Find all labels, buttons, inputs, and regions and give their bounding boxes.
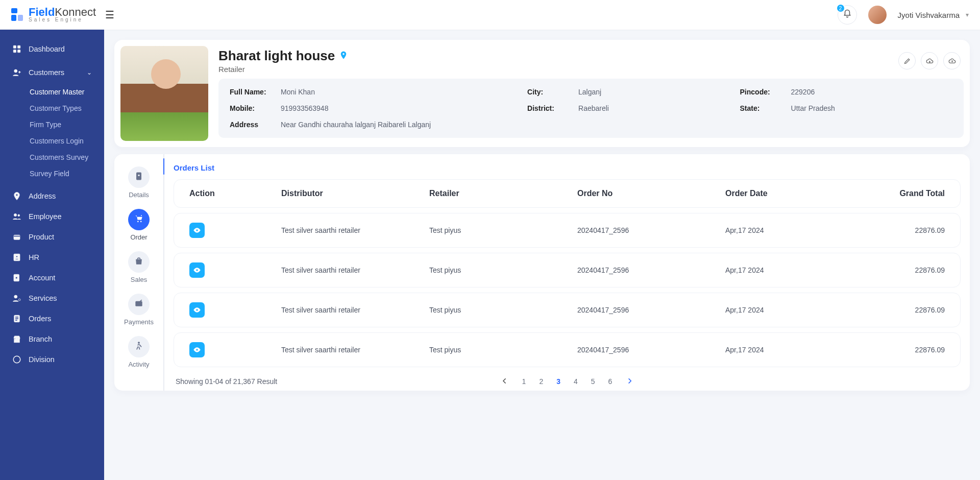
orders-heading: Orders List	[174, 163, 961, 172]
division-icon	[12, 355, 21, 364]
svg-point-22	[140, 221, 142, 223]
tab-label: Order	[130, 233, 147, 241]
nav-employee[interactable]: Employee	[0, 206, 104, 227]
svg-point-28	[196, 349, 198, 350]
pager-page-3[interactable]: 3	[556, 377, 560, 386]
info-pincode: Pincode: 229206	[740, 88, 952, 96]
value: Moni Khan	[281, 88, 315, 96]
nav-hr[interactable]: HR	[0, 247, 104, 268]
table-row: Test silver saarthi retailerTest piyus20…	[174, 293, 961, 327]
tab-payments[interactable]: Payments	[124, 291, 154, 329]
nav-address[interactable]: Address	[0, 186, 104, 206]
nav-account[interactable]: Account	[0, 268, 104, 288]
pager-summary: Showing 01-04 of 21,367 Result	[176, 377, 277, 386]
cell-distributor: Test silver saarthi retailer	[281, 266, 429, 274]
col-retailer: Retailer	[429, 189, 577, 198]
subnav-customers-survey[interactable]: Customers Survey	[0, 149, 104, 165]
cell-retailer: Test piyus	[429, 346, 577, 354]
pager-prev[interactable]	[501, 377, 509, 387]
subnav-customer-master[interactable]: Customer Master	[0, 84, 104, 100]
hr-icon	[12, 253, 21, 262]
table-row: Test silver saarthi retailerTest piyus20…	[174, 213, 961, 248]
activity-icon	[134, 341, 144, 353]
branch-icon	[12, 334, 21, 344]
brand-logo[interactable]: FieldKonnect Sales Engine	[11, 7, 96, 23]
nav-division[interactable]: Division	[0, 349, 104, 370]
cloud-download-button[interactable]	[921, 52, 938, 69]
subnav-firm-type[interactable]: Firm Type	[0, 116, 104, 133]
user-menu-chevron-icon[interactable]: ▾	[966, 11, 969, 18]
cell-order-date: Apr,17 2024	[725, 226, 873, 234]
tab-details[interactable]: Details	[128, 163, 150, 202]
nav-label: Account	[29, 274, 55, 282]
svg-rect-16	[14, 339, 20, 343]
customer-profile-card: Bharat light house Retailer Full Name:	[114, 40, 970, 147]
svg-point-21	[137, 221, 139, 223]
tab-label: Activity	[128, 361, 149, 368]
label: Mobile:	[230, 104, 272, 112]
pagination: 123456	[501, 377, 634, 387]
cell-order-date: Apr,17 2024	[725, 306, 873, 314]
nav-label: Orders	[29, 315, 51, 323]
pager-page-5[interactable]: 5	[591, 377, 595, 386]
nav-orders[interactable]: Orders	[0, 308, 104, 329]
tab-sales[interactable]: Sales	[128, 248, 150, 286]
cell-distributor: Test silver saarthi retailer	[281, 306, 429, 314]
info-district: District: Raebareli	[527, 104, 740, 112]
logo-mark-icon	[11, 8, 24, 21]
table-row: Test silver saarthi retailerTest piyus20…	[174, 253, 961, 287]
location-pin-icon[interactable]	[339, 51, 348, 62]
nav-label: Address	[29, 192, 56, 200]
content-card: Details Order Sales Payments Activity	[114, 154, 970, 391]
value: 919933563948	[281, 104, 328, 112]
pager-page-1[interactable]: 1	[522, 377, 526, 386]
cell-retailer: Test piyus	[429, 226, 577, 234]
avatar[interactable]	[868, 6, 887, 24]
tab-label: Sales	[131, 276, 148, 283]
nav-product[interactable]: Product	[0, 227, 104, 247]
sidebar: Dashboard Customers ⌄ Customer Master Cu…	[0, 30, 104, 480]
subnav-survey-field[interactable]: Survey Field	[0, 165, 104, 182]
pager-page-4[interactable]: 4	[574, 377, 578, 386]
tab-order[interactable]: Order	[128, 206, 150, 244]
cell-grand-total: 22876.09	[873, 226, 945, 234]
view-order-button[interactable]	[189, 342, 205, 357]
pager-next[interactable]	[625, 377, 633, 387]
subnav-customer-types[interactable]: Customer Types	[0, 100, 104, 116]
customer-type: Retailer	[218, 65, 348, 74]
edit-button[interactable]	[898, 52, 916, 69]
tab-activity[interactable]: Activity	[128, 333, 150, 371]
svg-point-6	[14, 213, 16, 216]
info-grid: Full Name: Moni Khan City: Lalganj Pinco…	[218, 79, 964, 138]
svg-rect-2	[13, 50, 16, 53]
side-tabs: Details Order Sales Payments Activity	[114, 154, 163, 391]
view-order-button[interactable]	[189, 302, 205, 318]
info-full-name: Full Name: Moni Khan	[230, 88, 527, 96]
col-action: Action	[189, 189, 281, 198]
cart-icon	[134, 213, 144, 226]
pager-page-6[interactable]: 6	[608, 377, 612, 386]
nav-services[interactable]: Services	[0, 288, 104, 308]
value: 229206	[791, 88, 815, 96]
info-state: State: Uttar Pradesh	[740, 104, 952, 112]
cell-order-date: Apr,17 2024	[725, 266, 873, 274]
cell-distributor: Test silver saarthi retailer	[281, 346, 429, 354]
dashboard-icon	[12, 44, 21, 54]
subnav-customers-login[interactable]: Customers Login	[0, 133, 104, 149]
hamburger-icon[interactable]: ☰	[105, 9, 114, 21]
nav-dashboard[interactable]: Dashboard	[0, 39, 104, 59]
cloud-upload-button[interactable]	[943, 52, 961, 69]
cell-distributor: Test silver saarthi retailer	[281, 226, 429, 234]
tab-label: Payments	[124, 318, 154, 326]
notifications-button[interactable]: 2	[838, 5, 857, 25]
topbar: FieldKonnect Sales Engine ☰ 2 Jyoti Vish…	[0, 0, 980, 30]
nav-customers[interactable]: Customers ⌄	[0, 62, 104, 83]
cell-retailer: Test piyus	[429, 306, 577, 314]
view-order-button[interactable]	[189, 262, 205, 278]
pager-page-2[interactable]: 2	[539, 377, 543, 386]
customer-name: Bharat light house	[218, 48, 335, 64]
cell-grand-total: 22876.09	[873, 306, 945, 314]
value: Near Gandhi chauraha lalganj Raibareli L…	[281, 121, 431, 129]
nav-branch[interactable]: Branch	[0, 329, 104, 349]
view-order-button[interactable]	[189, 223, 205, 238]
